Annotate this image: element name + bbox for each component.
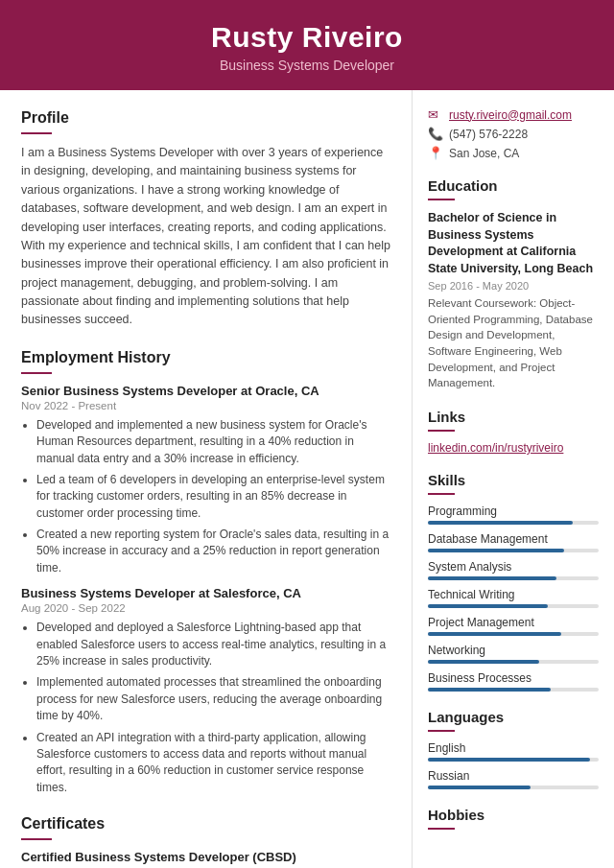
left-column: Profile I am a Business Systems Develope… [0, 90, 413, 868]
languages-divider [428, 730, 455, 732]
job-title-2: Business Systems Developer at Salesforce… [21, 586, 392, 600]
skill-bar-fill-5 [428, 660, 539, 664]
job-item: Senior Business Systems Developer at Ora… [21, 384, 392, 577]
employment-title: Employment History [21, 349, 392, 366]
skill-label-6: Business Processes [428, 671, 599, 685]
profile-text: I am a Business Systems Developer with o… [21, 144, 392, 330]
bullet-item: Led a team of 6 developers in developing… [36, 472, 392, 522]
hobbies-title: Hobbies [428, 807, 599, 823]
bullet-item: Created an API integration with a third-… [36, 730, 392, 797]
hobbies-divider [428, 828, 455, 830]
skills-title: Skills [428, 472, 599, 488]
contact-phone: 📞 (547) 576-2228 [428, 127, 599, 141]
lang-bar-bg-1 [428, 786, 599, 789]
lang-bar-bg-0 [428, 758, 599, 762]
profile-title: Profile [21, 109, 392, 127]
skill-label-1: Database Management [428, 532, 599, 546]
contact-email: ✉ rusty.riveiro@gmail.com [428, 107, 599, 122]
skill-label-5: Networking [428, 644, 599, 657]
linkedin-link[interactable]: linkedin.com/in/rustyriveiro [428, 441, 599, 455]
edu-coursework: Relevant Coursework: Object-Oriented Pro… [428, 295, 599, 391]
job-date-2: Aug 2020 - Sep 2022 [21, 602, 392, 614]
skill-row: Database Management [428, 532, 599, 552]
language-row: Russian [428, 769, 599, 789]
skill-label-4: Project Management [428, 616, 599, 629]
bullet-item: Developed and implemented a new business… [36, 417, 392, 467]
page-header: Rusty Riveiro Business Systems Developer [0, 0, 614, 90]
skill-bar-fill-6 [428, 688, 551, 692]
job-bullets-2: Developed and deployed a Salesforce Ligh… [21, 620, 392, 796]
skill-bar-bg-2 [428, 576, 599, 580]
profile-divider [21, 132, 52, 134]
skill-row: Technical Writing [428, 588, 599, 608]
skill-label-3: Technical Writing [428, 588, 599, 601]
skill-label-0: Programming [428, 504, 599, 518]
lang-bar-fill-1 [428, 786, 531, 789]
email-link[interactable]: rusty.riveiro@gmail.com [449, 108, 572, 122]
cert-name-1: Certified Business Systems Developer (CB… [21, 850, 392, 864]
skill-bar-bg-1 [428, 549, 599, 552]
skill-row: Business Processes [428, 671, 599, 692]
skill-bar-bg-5 [428, 660, 599, 664]
job-title-1: Senior Business Systems Developer at Ora… [21, 384, 392, 398]
language-row: English [428, 741, 599, 762]
skill-bar-bg-0 [428, 521, 599, 525]
contact-location: 📍 San Jose, CA [428, 146, 599, 160]
profile-section: Profile I am a Business Systems Develope… [21, 109, 392, 330]
location-text: San Jose, CA [449, 147, 519, 160]
skill-bar-fill-0 [428, 521, 573, 525]
certificates-divider [21, 838, 52, 840]
skills-divider [428, 493, 455, 495]
languages-title: Languages [428, 709, 599, 725]
education-section: Education Bachelor of Science in Busines… [428, 177, 599, 391]
phone-icon: 📞 [428, 127, 443, 141]
certificates-title: Certificates [21, 815, 392, 833]
skill-row: Project Management [428, 616, 599, 636]
lang-label-1: Russian [428, 769, 599, 783]
bullet-item: Created a new reporting system for Oracl… [36, 527, 392, 576]
candidate-name: Rusty Riveiro [19, 21, 595, 54]
edu-date: Sep 2016 - May 2020 [428, 280, 599, 292]
lang-bar-fill-0 [428, 758, 590, 762]
candidate-title: Business Systems Developer [19, 58, 595, 73]
job-date-1: Nov 2022 - Present [21, 400, 392, 411]
skill-bar-fill-4 [428, 632, 561, 636]
bullet-item: Implemented automated processes that str… [36, 674, 392, 724]
lang-label-0: English [428, 741, 599, 755]
skill-bar-bg-3 [428, 604, 599, 608]
skill-row: System Analysis [428, 560, 599, 580]
skill-row: Programming [428, 504, 599, 525]
location-icon: 📍 [428, 146, 443, 160]
links-title: Links [428, 409, 599, 425]
email-icon: ✉ [428, 107, 443, 122]
job-item: Business Systems Developer at Salesforce… [21, 586, 392, 796]
skill-row: Networking [428, 644, 599, 664]
hobbies-section: Hobbies [428, 807, 599, 830]
right-column: ✉ rusty.riveiro@gmail.com 📞 (547) 576-22… [413, 90, 614, 868]
skill-label-2: System Analysis [428, 560, 599, 574]
contact-section: ✉ rusty.riveiro@gmail.com 📞 (547) 576-22… [428, 107, 599, 160]
links-section: Links linkedin.com/in/rustyriveiro [428, 409, 599, 455]
languages-section: Languages English Russian [428, 709, 599, 789]
edu-degree: Bachelor of Science in Business Systems … [428, 210, 599, 277]
skill-bar-fill-2 [428, 576, 556, 580]
employment-section: Employment History Senior Business Syste… [21, 349, 392, 796]
job-bullets-1: Developed and implemented a new business… [21, 417, 392, 577]
bullet-item: Developed and deployed a Salesforce Ligh… [36, 620, 392, 669]
certificates-section: Certificates Certified Business Systems … [21, 815, 392, 868]
skill-bar-fill-3 [428, 604, 548, 608]
phone-text: (547) 576-2228 [449, 128, 528, 141]
skill-bar-fill-1 [428, 549, 564, 552]
skill-bar-bg-4 [428, 632, 599, 636]
links-divider [428, 430, 455, 432]
education-divider [428, 199, 455, 200]
skills-section: Skills Programming Database Management S… [428, 472, 599, 692]
skill-bar-bg-6 [428, 688, 599, 692]
education-title: Education [428, 177, 599, 194]
employment-divider [21, 372, 52, 374]
cert-item: Certified Business Systems Developer (CB… [21, 850, 392, 868]
